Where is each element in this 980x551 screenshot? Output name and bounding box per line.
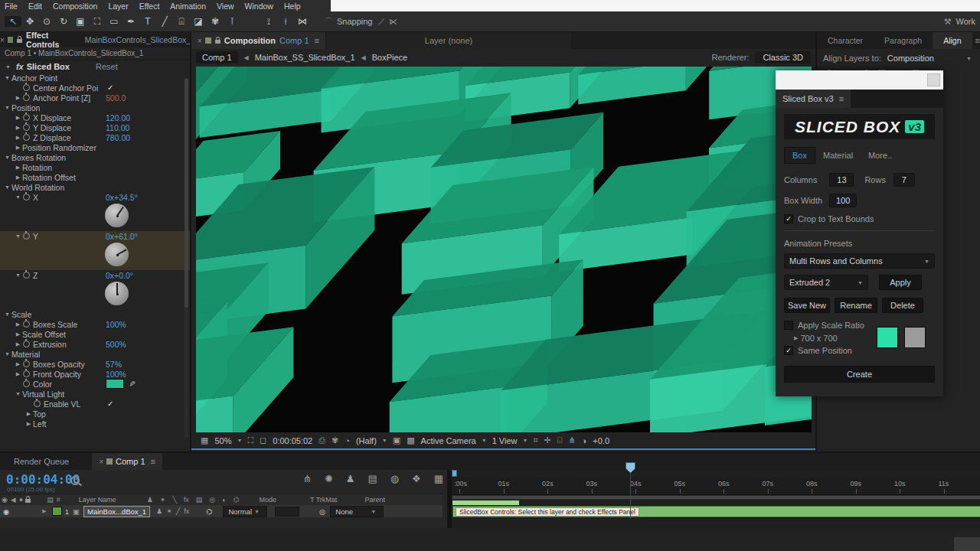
- panel-close-icon[interactable]: ×: [0, 36, 5, 44]
- effect-collapse-icon[interactable]: ▼: [5, 64, 11, 70]
- twirl-icon[interactable]: ▶: [14, 135, 22, 141]
- property-row-material[interactable]: ▼Material: [0, 349, 190, 359]
- sliced-box-tab-menu-icon[interactable]: ≡: [839, 95, 844, 103]
- breadcrumb-boxpiece[interactable]: BoxPiece: [372, 53, 407, 62]
- stopwatch-icon[interactable]: [23, 360, 30, 367]
- property-value[interactable]: 57%: [106, 360, 122, 369]
- tab-paragraph[interactable]: Paragraph: [874, 36, 933, 45]
- property-value[interactable]: 0x+61.0°: [106, 232, 138, 241]
- local-axis-mode-icon[interactable]: ⟟: [260, 16, 277, 27]
- camera-view[interactable]: Active Camera: [421, 436, 476, 445]
- property-row-scale[interactable]: ▼Scale: [0, 309, 190, 319]
- twirl-icon[interactable]: ▶: [24, 411, 33, 417]
- rotation-dial-y[interactable]: [0, 241, 190, 270]
- menu-file[interactable]: File: [5, 2, 18, 11]
- twirl-icon[interactable]: ▶: [14, 145, 22, 151]
- number-column-icon[interactable]: #: [57, 496, 60, 504]
- current-timecode[interactable]: 0:00:04:00: [6, 472, 80, 487]
- brainstorm-icon[interactable]: ❖: [412, 473, 421, 484]
- twirl-icon[interactable]: ▶: [14, 371, 22, 377]
- composition-tab-menu-icon[interactable]: ≡: [315, 37, 319, 45]
- snapshot-icon[interactable]: ⎙: [318, 435, 325, 445]
- twirl-icon[interactable]: ▼: [3, 155, 11, 160]
- composition-tab-close-icon[interactable]: ×: [198, 37, 202, 45]
- parent-dropdown[interactable]: None▼: [330, 506, 384, 517]
- zoom-tool-icon[interactable]: ⊙: [38, 16, 55, 27]
- draft-3d-icon[interactable]: ✺: [325, 473, 333, 484]
- magnification-icon[interactable]: ▦: [201, 435, 208, 445]
- property-value[interactable]: 100%: [106, 320, 126, 329]
- preset-group-dropdown[interactable]: Multi Rows and Columns▼: [784, 253, 935, 269]
- eyedropper-icon[interactable]: ✎: [128, 380, 136, 386]
- selection-tool-icon[interactable]: ↖: [5, 16, 21, 27]
- shape-tool-icon[interactable]: ▭: [106, 16, 122, 27]
- composition-viewport[interactable]: [196, 67, 812, 432]
- zoom-level[interactable]: 50%: [214, 436, 231, 445]
- puppet-pin-tool-icon[interactable]: ⊺: [224, 16, 240, 27]
- twirl-icon[interactable]: ▶: [14, 165, 22, 171]
- work-area-bar[interactable]: [452, 495, 980, 500]
- parent-pickwhip-icon[interactable]: ◎: [319, 507, 325, 516]
- type-tool-icon[interactable]: T: [139, 16, 156, 27]
- property-row-scale-offset[interactable]: ▶Scale Offset: [0, 329, 190, 339]
- snapping-label[interactable]: Snapping: [337, 17, 373, 26]
- snap-option2-icon[interactable]: ⋉: [389, 18, 397, 26]
- layer-duration-bar[interactable]: SlicedBox Controls: Select this layer an…: [452, 506, 980, 517]
- stopwatch-icon[interactable]: [23, 84, 30, 91]
- property-value[interactable]: 500.0: [106, 93, 126, 103]
- transparency-grid-icon[interactable]: ▩: [407, 435, 414, 445]
- sliced-tab-box[interactable]: Box: [784, 147, 815, 164]
- rotation-dial-x[interactable]: [0, 202, 190, 231]
- menu-composition[interactable]: Composition: [53, 2, 97, 11]
- timeline-ruler[interactable]: :00s01s02s03s04s05s06s07s08s09s10s11s12s: [452, 478, 980, 495]
- breadcrumb-mainbox[interactable]: MainBox_SS_SlicedBox_1: [255, 53, 355, 62]
- color-swatch[interactable]: [106, 379, 124, 389]
- twirl-icon[interactable]: ▼: [3, 105, 11, 110]
- property-row-world-rotation[interactable]: ▼World Rotation: [0, 182, 190, 192]
- switch-4-icon[interactable]: fx: [184, 496, 189, 504]
- menu-help[interactable]: Help: [284, 2, 301, 11]
- menu-layer[interactable]: Layer: [108, 2, 128, 11]
- create-button[interactable]: Create: [784, 366, 935, 383]
- layer-switch-4-icon[interactable]: fx: [184, 507, 189, 515]
- panel-menu-icon[interactable]: ≡: [975, 37, 980, 45]
- layer-tab[interactable]: Layer (none): [325, 32, 571, 49]
- sliced-box-titlebar-button[interactable]: [927, 73, 940, 86]
- twirl-icon[interactable]: ▼: [14, 194, 22, 200]
- effect-header[interactable]: ▼ fx Sliced Box Reset: [0, 60, 190, 73]
- snapping-icon[interactable]: ⌒: [325, 18, 333, 26]
- property-row-y-displace[interactable]: ▶Y Displace110.00: [0, 122, 190, 132]
- parent-header[interactable]: Parent: [364, 496, 385, 504]
- property-row-z-displace[interactable]: ▶Z Displace780.00: [0, 132, 190, 142]
- layer-row[interactable]: ◉▶1▣MainBox...dBox_1♟✶╱fx⌬Normal▼◎None▼: [0, 505, 443, 517]
- rows-input[interactable]: 7: [893, 173, 915, 187]
- exposure-value[interactable]: +0.0: [593, 436, 609, 445]
- workspace-label[interactable]: Work: [956, 17, 975, 26]
- twirl-icon[interactable]: ▼: [3, 75, 11, 80]
- stopwatch-icon[interactable]: [23, 114, 30, 121]
- layer-3d-icon[interactable]: ⌬: [206, 507, 212, 516]
- property-row-boxes-scale[interactable]: ▶Boxes Scale100%: [0, 319, 190, 329]
- search-icon[interactable]: [70, 476, 80, 485]
- trkmat-header[interactable]: T TrkMat: [310, 496, 337, 504]
- crop-to-text-bounds-checkbox[interactable]: ✓: [784, 214, 793, 223]
- effect-reset-button[interactable]: Reset: [96, 62, 118, 71]
- label-column-icon[interactable]: ▤: [47, 496, 54, 504]
- world-axis-mode-icon[interactable]: ⟊: [277, 16, 294, 27]
- stopwatch-icon[interactable]: [23, 321, 30, 328]
- trkmat-dropdown[interactable]: [275, 507, 299, 517]
- clone-stamp-tool-icon[interactable]: ⌻: [173, 16, 190, 27]
- chevron-down-icon[interactable]: ▼: [382, 438, 387, 443]
- resolution[interactable]: (Half): [356, 436, 377, 445]
- save-new-button[interactable]: Save New: [784, 298, 830, 313]
- flowchart-button-icon[interactable]: ⋔: [568, 435, 575, 445]
- property-value[interactable]: 0x+0.0°: [106, 271, 133, 280]
- twirl-icon[interactable]: ▶: [14, 341, 22, 347]
- pen-tool-icon[interactable]: ✒: [122, 16, 139, 27]
- property-value[interactable]: 120.00: [106, 113, 130, 122]
- chevron-down-icon[interactable]: ▼: [522, 438, 528, 443]
- stopwatch-icon[interactable]: [23, 134, 30, 141]
- timeline-comp-tab[interactable]: × Comp 1 ≡: [92, 453, 162, 470]
- timeline-tab-close-icon[interactable]: ×: [99, 458, 103, 466]
- apply-button[interactable]: Apply: [879, 275, 922, 290]
